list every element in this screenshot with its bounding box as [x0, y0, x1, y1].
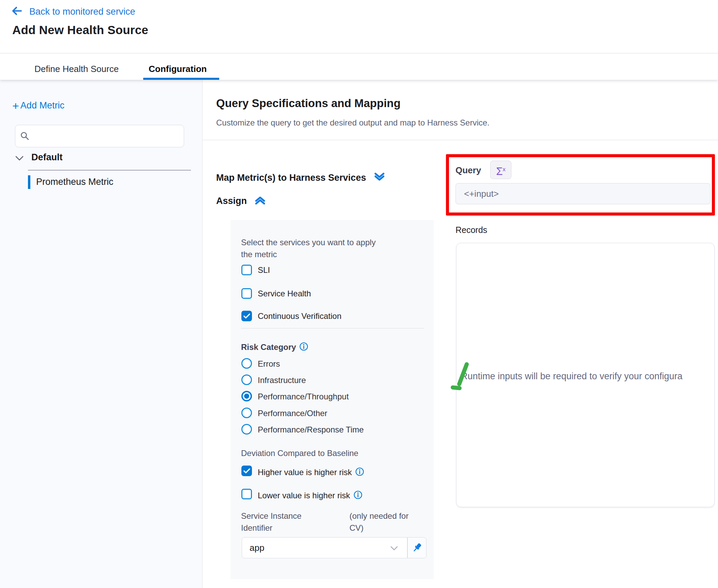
- deviation-label: Deviation Compared to Baseline: [241, 447, 358, 459]
- pin-runtime-input-button[interactable]: [407, 537, 427, 558]
- info-icon[interactable]: [299, 342, 308, 353]
- radio-performance-other[interactable]: [241, 408, 252, 418]
- checkbox-lower-value-label[interactable]: Lower value is higher risk: [258, 489, 362, 500]
- radio-performance-response-time-label[interactable]: Performance/Response Time: [258, 425, 364, 435]
- page-header: Back to monitored service Add New Health…: [0, 0, 718, 54]
- radio-errors-label[interactable]: Errors: [258, 359, 280, 369]
- service-instance-select[interactable]: app: [242, 537, 407, 558]
- chevron-down-icon: [15, 156, 24, 162]
- assign-label: Assign: [216, 196, 247, 206]
- chevron-down-icon: [390, 546, 398, 551]
- info-icon[interactable]: [355, 467, 364, 478]
- selected-indicator-bar: [28, 175, 30, 189]
- section-subheading: Customize the query to get the desired o…: [216, 118, 490, 128]
- double-chevron-down-icon: [374, 172, 385, 183]
- risk-category-label: Risk Category: [241, 341, 308, 352]
- checkbox-continuous-verification[interactable]: [241, 311, 252, 321]
- panel-divider: [241, 328, 424, 328]
- map-metrics-toggle[interactable]: Map Metric(s) to Harness Services: [216, 172, 385, 183]
- service-instance-identifier-label: Service Instance Identifier: [241, 510, 323, 534]
- section-heading: Query Specifications and Mapping: [216, 97, 401, 110]
- add-metric-button[interactable]: + Add Metric: [12, 100, 64, 111]
- active-tab-underline: [143, 78, 219, 80]
- expression-sigma-button[interactable]: Σx: [490, 161, 511, 179]
- search-icon: [20, 131, 30, 141]
- select-services-label: Select the services you want to apply th…: [241, 236, 388, 260]
- records-runtime-message: Runtime inputs will be required to verif…: [461, 371, 683, 382]
- green-check-spinner-icon: [450, 360, 469, 394]
- tab-configuration[interactable]: Configuration: [149, 64, 207, 74]
- radio-performance-throughput-label[interactable]: Performance/Throughput: [258, 392, 349, 401]
- assign-panel: Select the services you want to apply th…: [230, 220, 434, 579]
- query-input-value: <+input>: [464, 189, 499, 199]
- back-link-label: Back to monitored service: [29, 6, 135, 17]
- sidebar-group-label: Default: [31, 152, 63, 163]
- check-icon: [243, 313, 250, 319]
- query-input[interactable]: <+input>: [455, 183, 710, 204]
- page-title: Add New Health Source: [12, 23, 148, 37]
- check-icon: [243, 468, 250, 474]
- radio-performance-throughput[interactable]: [241, 391, 252, 401]
- sidebar-item-prometheus-metric[interactable]: Prometheus Metric: [0, 175, 191, 190]
- radio-infrastructure[interactable]: [241, 374, 252, 385]
- map-metrics-label: Map Metric(s) to Harness Services: [216, 173, 366, 183]
- radio-infrastructure-label[interactable]: Infrastructure: [258, 376, 306, 385]
- metric-search-input[interactable]: [34, 127, 178, 144]
- metric-search-box: [15, 125, 184, 147]
- double-chevron-up-icon: [254, 195, 266, 207]
- radio-errors[interactable]: [241, 358, 252, 369]
- checkbox-sli[interactable]: [241, 265, 252, 275]
- radio-performance-other-label[interactable]: Performance/Other: [258, 409, 327, 418]
- records-label: Records: [455, 225, 487, 235]
- back-arrow-icon: [12, 6, 23, 17]
- plus-icon: +: [12, 101, 19, 111]
- tab-bar: Define Health Source Configuration: [0, 54, 718, 80]
- checkbox-service-health[interactable]: [241, 288, 252, 299]
- pushpin-icon: [412, 543, 422, 554]
- sidebar-group-default[interactable]: Default: [0, 152, 191, 168]
- tab-define-health-source[interactable]: Define Health Source: [34, 64, 119, 74]
- service-instance-hint: (only needed for CV): [349, 510, 424, 534]
- back-link[interactable]: Back to monitored service: [12, 6, 135, 17]
- checkbox-continuous-verification-label[interactable]: Continuous Verification: [258, 311, 341, 321]
- add-metric-label: Add Metric: [20, 100, 64, 111]
- assign-toggle[interactable]: Assign: [216, 195, 266, 207]
- metrics-sidebar: + Add Metric Default Prometheus Metric: [0, 80, 203, 588]
- metric-item-label: Prometheus Metric: [36, 177, 114, 187]
- checkbox-service-health-label[interactable]: Service Health: [258, 289, 311, 298]
- add-health-source-screen: Back to monitored service Add New Health…: [0, 0, 718, 588]
- query-label: Query: [455, 165, 481, 176]
- radio-performance-response-time[interactable]: [241, 424, 252, 435]
- checkbox-higher-value-label[interactable]: Higher value is higher risk: [258, 466, 364, 477]
- service-instance-value: app: [250, 543, 264, 553]
- heading-divider: [203, 140, 718, 140]
- checkbox-lower-value[interactable]: [241, 489, 252, 499]
- checkbox-higher-value[interactable]: [241, 466, 252, 476]
- info-icon[interactable]: [354, 490, 362, 501]
- group-divider: [28, 170, 191, 171]
- checkbox-sli-label[interactable]: SLI: [258, 265, 270, 275]
